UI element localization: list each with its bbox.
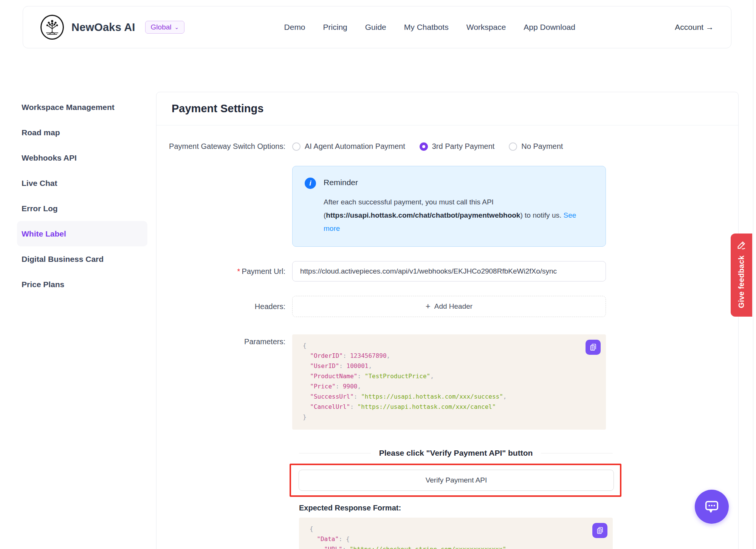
panel-header: Payment Settings bbox=[156, 92, 738, 125]
red-highlight-annotation: Verify Payment API bbox=[290, 464, 621, 497]
newoaks-logo-icon bbox=[40, 15, 64, 40]
page: { "header": { "brand": "NewOaks AI", "re… bbox=[0, 0, 756, 549]
sidebar-item-error-log[interactable]: Error Log bbox=[17, 196, 147, 221]
give-feedback-label: Give feedback bbox=[737, 255, 746, 308]
reminder-title: Reminder bbox=[324, 178, 584, 187]
brand-name: NewOaks AI bbox=[71, 21, 135, 34]
nav-workspace[interactable]: Workspace bbox=[466, 23, 506, 32]
chat-widget-button[interactable] bbox=[695, 490, 729, 524]
expected-response-row: { "Data": { "URL": "https://checkout.str… bbox=[299, 518, 738, 549]
nav-demo[interactable]: Demo bbox=[284, 23, 305, 32]
radio-ai-agent-automation-payment[interactable]: AI Agent Automation Payment bbox=[292, 142, 405, 151]
sidebar-item-webhooks-api[interactable]: Webhooks API bbox=[17, 145, 147, 170]
copy-icon[interactable] bbox=[592, 523, 607, 538]
payment-settings-panel: Payment Settings Payment Gateway Switch … bbox=[156, 92, 739, 549]
headers-label: Headers: bbox=[156, 302, 292, 311]
reminder-row: i Reminder After each successful payment… bbox=[156, 166, 738, 247]
expected-response-code-block: { "Data": { "URL": "https://checkout.str… bbox=[299, 518, 613, 549]
payment-url-row: *Payment Url: bbox=[156, 261, 738, 281]
chevron-down-icon: ⌄ bbox=[174, 24, 179, 30]
sidebar-item-workspace-management[interactable]: Workspace Management bbox=[17, 94, 147, 120]
expected-response-json: { "Data": { "URL": "https://checkout.str… bbox=[310, 524, 602, 549]
reminder-alert: i Reminder After each successful payment… bbox=[292, 166, 606, 247]
parameters-json: { "OrderID": 1234567890, "UserID": 10000… bbox=[303, 340, 595, 422]
payment-url-label: *Payment Url: bbox=[156, 267, 292, 276]
nav-app-download[interactable]: App Download bbox=[524, 23, 575, 32]
headers-row: Headers: + Add Header bbox=[156, 296, 738, 317]
copy-icon[interactable] bbox=[586, 340, 601, 355]
sidebar-item-price-plans[interactable]: Price Plans bbox=[17, 272, 147, 297]
api-url: https://usapi.hottask.com/chat/chatbot/p… bbox=[326, 211, 520, 219]
brand[interactable]: NewOaks AI Global ⌄ bbox=[40, 15, 184, 40]
plus-icon: + bbox=[426, 302, 431, 311]
gateway-switch-label: Payment Gateway Switch Options: bbox=[156, 142, 292, 151]
region-selector[interactable]: Global ⌄ bbox=[145, 21, 185, 34]
reminder-text: After each successful payment, you must … bbox=[324, 195, 584, 235]
add-header-button[interactable]: + Add Header bbox=[292, 296, 606, 317]
scrollbar[interactable] bbox=[753, 0, 753, 549]
settings-sidebar: Workspace Management Road map Webhooks A… bbox=[17, 94, 147, 297]
required-asterisk: * bbox=[237, 267, 240, 275]
sidebar-item-white-label[interactable]: White Label bbox=[17, 221, 147, 246]
radio-no-payment[interactable]: No Payment bbox=[509, 142, 563, 151]
main-nav: Demo Pricing Guide My Chatbots Workspace… bbox=[284, 23, 575, 32]
top-navigation-bar: NewOaks AI Global ⌄ Demo Pricing Guide M… bbox=[23, 6, 731, 48]
expected-response-heading: Expected Response Format: bbox=[299, 504, 738, 512]
gateway-options: AI Agent Automation Payment 3rd Party Pa… bbox=[292, 142, 563, 151]
sidebar-item-road-map[interactable]: Road map bbox=[17, 120, 147, 145]
page-title: Payment Settings bbox=[172, 102, 723, 115]
info-icon: i bbox=[305, 178, 316, 189]
sidebar-item-live-chat[interactable]: Live Chat bbox=[17, 170, 147, 196]
payment-url-input[interactable] bbox=[292, 261, 606, 281]
radio-circle-icon bbox=[292, 142, 301, 151]
radio-circle-icon bbox=[420, 142, 428, 151]
radio-circle-icon bbox=[509, 142, 517, 151]
nav-pricing[interactable]: Pricing bbox=[323, 23, 347, 32]
verify-hint-text: Please click "Verify Payment API" button bbox=[379, 448, 533, 458]
region-label: Global bbox=[151, 23, 172, 31]
verify-hint-divider: Please click "Verify Payment API" button bbox=[299, 448, 613, 458]
pencil-icon bbox=[736, 240, 747, 250]
gateway-switch-row: Payment Gateway Switch Options: AI Agent… bbox=[156, 142, 738, 151]
divider-line bbox=[541, 453, 613, 453]
radio-3rd-party-payment[interactable]: 3rd Party Payment bbox=[420, 142, 495, 151]
chat-bubble-icon bbox=[703, 498, 720, 515]
parameters-code-block: { "OrderID": 1234567890, "UserID": 10000… bbox=[292, 334, 606, 430]
verify-payment-api-button[interactable]: Verify Payment API bbox=[299, 470, 614, 491]
give-feedback-tab[interactable]: Give feedback bbox=[731, 234, 752, 317]
nav-my-chatbots[interactable]: My Chatbots bbox=[404, 23, 449, 32]
parameters-row: Parameters: { "OrderID": 1234567890, "Us… bbox=[156, 334, 738, 430]
sidebar-item-digital-business-card[interactable]: Digital Business Card bbox=[17, 246, 147, 272]
divider-line bbox=[299, 453, 371, 453]
nav-guide[interactable]: Guide bbox=[365, 23, 386, 32]
account-link[interactable]: Account → bbox=[675, 23, 714, 32]
parameters-label: Parameters: bbox=[156, 334, 292, 346]
